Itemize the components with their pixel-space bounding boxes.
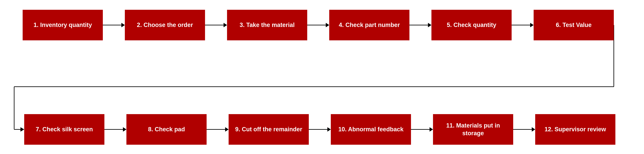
arrow-line-8: [206, 129, 225, 130]
arrow-head-4: [428, 23, 432, 27]
row2: 7. Check silk screen8. Check pad9. Cut o…: [24, 114, 616, 145]
arrow-11: [513, 127, 535, 132]
step-box-9[interactable]: 9. Cut off the remainder: [228, 114, 309, 145]
arrow-line-11: [513, 129, 532, 130]
step-label-9: 9. Cut off the remainder: [235, 125, 302, 133]
arrow-line-2: [205, 25, 224, 25]
step-label-11: 11. Materials put in storage: [437, 122, 510, 137]
step-box-6[interactable]: 6. Test Value: [534, 10, 614, 40]
arrow-10: [411, 127, 433, 132]
step-label-1: 1. Inventory quantity: [34, 21, 92, 29]
arrow-line-4: [410, 25, 428, 25]
step-label-7: 7. Check silk screen: [36, 125, 93, 133]
arrow-line-10: [411, 129, 430, 130]
arrow-4: [410, 23, 432, 27]
arrow-head-2: [224, 23, 227, 27]
arrow-head-11: [532, 127, 535, 132]
arrow-line-7: [104, 129, 123, 130]
arrow-2: [205, 23, 227, 27]
arrow-1: [103, 23, 125, 27]
step-label-8: 8. Check pad: [148, 125, 185, 133]
arrow-8: [206, 127, 228, 132]
step-box-7[interactable]: 7. Check silk screen: [24, 114, 104, 145]
arrow-line-3: [307, 25, 326, 25]
arrow-head-3: [326, 23, 329, 27]
step-label-2: 2. Choose the order: [137, 21, 193, 29]
step-label-4: 4. Check part number: [339, 21, 400, 29]
step-box-4[interactable]: 4. Check part number: [329, 10, 410, 40]
arrow-5: [512, 23, 534, 27]
arrow-line-5: [512, 25, 530, 25]
arrow-3: [307, 23, 329, 27]
arrow-line-9: [309, 129, 327, 130]
arrow-head-5: [530, 23, 534, 27]
diagram-container: 1. Inventory quantity2. Choose the order…: [0, 0, 644, 154]
step-label-6: 6. Test Value: [556, 21, 592, 29]
arrow-head-9: [327, 127, 331, 132]
arrow-9: [309, 127, 331, 132]
step-box-2[interactable]: 2. Choose the order: [125, 10, 205, 40]
arrow-head-1: [122, 23, 125, 27]
step-box-1[interactable]: 1. Inventory quantity: [23, 10, 103, 40]
step-label-3: 3. Take the material: [240, 21, 295, 29]
step-box-12[interactable]: 12. Supervisor review: [535, 114, 616, 145]
step-box-3[interactable]: 3. Take the material: [227, 10, 307, 40]
connector-arrowhead: [20, 127, 24, 132]
step-label-5: 5. Check quantity: [447, 21, 496, 29]
arrow-head-7: [123, 127, 126, 132]
step-box-5[interactable]: 5. Check quantity: [432, 10, 512, 40]
arrow-head-10: [430, 127, 433, 132]
step-label-12: 12. Supervisor review: [545, 125, 606, 133]
step-box-11[interactable]: 11. Materials put in storage: [433, 114, 513, 145]
step-box-8[interactable]: 8. Check pad: [126, 114, 206, 145]
arrow-line-1: [103, 25, 122, 25]
step-box-10[interactable]: 10. Abnormal feedback: [331, 114, 411, 145]
step-label-10: 10. Abnormal feedback: [338, 125, 404, 133]
row1: 1. Inventory quantity2. Choose the order…: [23, 10, 614, 40]
arrow-head-8: [225, 127, 228, 132]
arrow-7: [104, 127, 126, 132]
